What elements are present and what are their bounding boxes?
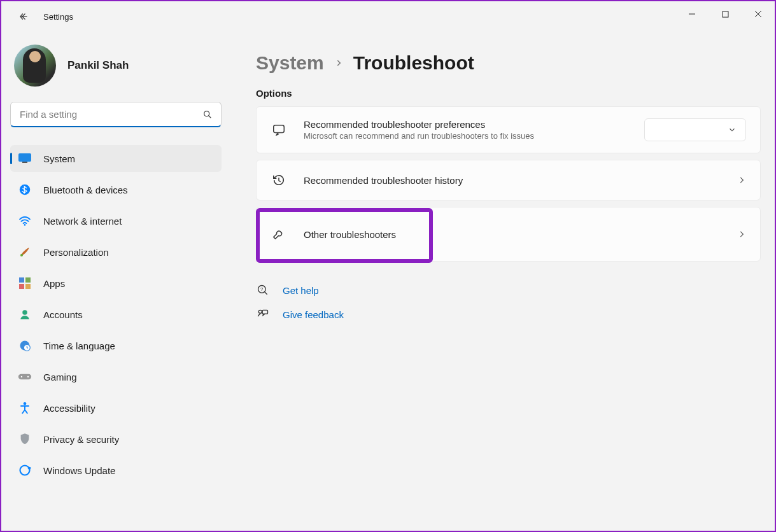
brush-icon bbox=[18, 245, 32, 259]
clock-globe-icon bbox=[18, 339, 32, 353]
help-icon: ? bbox=[256, 283, 270, 297]
profile-block[interactable]: Pankil Shah bbox=[10, 45, 222, 87]
minimize-icon bbox=[688, 10, 696, 18]
sidebar-item-apps[interactable]: Apps bbox=[10, 270, 222, 297]
chevron-right-icon bbox=[737, 230, 746, 239]
svg-point-18 bbox=[20, 466, 30, 475]
wifi-icon bbox=[18, 214, 32, 228]
give-feedback-link[interactable]: Give feedback bbox=[256, 307, 761, 321]
sidebar-item-time[interactable]: Time & language bbox=[10, 332, 222, 359]
sidebar-item-label: Gaming bbox=[43, 372, 77, 382]
sidebar-item-system[interactable]: System bbox=[10, 145, 222, 172]
accessibility-icon bbox=[18, 401, 32, 415]
chevron-right-icon bbox=[334, 59, 343, 67]
svg-rect-2 bbox=[18, 153, 31, 162]
feedback-icon bbox=[256, 307, 270, 321]
card-subtitle: Microsoft can recommend and run troubles… bbox=[304, 131, 634, 141]
link-label: Give feedback bbox=[283, 309, 344, 320]
person-icon bbox=[18, 307, 32, 321]
search-icon bbox=[202, 109, 213, 120]
sidebar-item-personalization[interactable]: Personalization bbox=[10, 239, 222, 265]
svg-point-22 bbox=[258, 310, 262, 313]
wrench-icon bbox=[271, 226, 287, 242]
svg-text:?: ? bbox=[260, 286, 263, 292]
preferences-dropdown[interactable] bbox=[644, 118, 746, 141]
sidebar-item-network[interactable]: Network & internet bbox=[10, 207, 222, 234]
breadcrumb: System Troubleshoot bbox=[256, 52, 761, 74]
sidebar: Pankil Shah System Bluetooth & devices bbox=[1, 32, 230, 531]
close-button[interactable] bbox=[742, 1, 775, 27]
svg-point-5 bbox=[24, 224, 26, 226]
app-title: Settings bbox=[43, 12, 73, 22]
main-content: System Troubleshoot Options Recommended … bbox=[230, 32, 775, 531]
card-title: Recommended troubleshooter history bbox=[304, 175, 727, 186]
sidebar-item-label: Apps bbox=[43, 278, 65, 289]
sidebar-item-accessibility[interactable]: Accessibility bbox=[10, 395, 222, 421]
svg-rect-10 bbox=[25, 284, 31, 289]
sidebar-item-gaming[interactable]: Gaming bbox=[10, 363, 222, 390]
window-controls bbox=[675, 1, 775, 27]
search-wrap bbox=[10, 102, 222, 127]
link-label: Get help bbox=[283, 285, 319, 296]
monitor-icon bbox=[18, 151, 32, 165]
sidebar-item-label: System bbox=[43, 153, 75, 164]
svg-point-6 bbox=[20, 254, 23, 256]
apps-icon bbox=[18, 276, 32, 290]
section-label: Options bbox=[256, 88, 761, 99]
bluetooth-icon bbox=[18, 183, 32, 197]
sidebar-item-label: Bluetooth & devices bbox=[43, 185, 128, 195]
svg-rect-9 bbox=[19, 284, 24, 289]
nav-list: System Bluetooth & devices Network & int… bbox=[10, 145, 222, 484]
card-title: Other troubleshooters bbox=[304, 229, 727, 240]
history-icon bbox=[271, 172, 287, 188]
card-other-troubleshooters[interactable]: Other troubleshooters bbox=[256, 207, 761, 262]
sidebar-item-label: Time & language bbox=[43, 340, 115, 351]
breadcrumb-parent[interactable]: System bbox=[256, 52, 324, 74]
sidebar-item-label: Windows Update bbox=[43, 465, 115, 476]
titlebar: Settings bbox=[1, 1, 775, 32]
sidebar-item-label: Accounts bbox=[43, 309, 83, 320]
svg-point-11 bbox=[22, 310, 27, 315]
maximize-icon bbox=[722, 11, 729, 18]
breadcrumb-current: Troubleshoot bbox=[353, 52, 474, 74]
sidebar-item-update[interactable]: Windows Update bbox=[10, 457, 222, 484]
card-recommended-preferences[interactable]: Recommended troubleshooter preferences M… bbox=[256, 106, 761, 153]
tooltip-icon bbox=[271, 122, 287, 138]
search-input[interactable] bbox=[10, 102, 222, 127]
svg-point-16 bbox=[27, 376, 29, 377]
svg-rect-8 bbox=[25, 277, 31, 283]
svg-rect-14 bbox=[18, 374, 31, 379]
minimize-button[interactable] bbox=[675, 1, 709, 27]
back-button[interactable] bbox=[14, 6, 34, 27]
sidebar-item-accounts[interactable]: Accounts bbox=[10, 301, 222, 328]
svg-rect-0 bbox=[723, 11, 728, 17]
svg-point-1 bbox=[204, 111, 209, 116]
sidebar-item-label: Accessibility bbox=[43, 403, 95, 414]
svg-rect-7 bbox=[19, 277, 24, 283]
svg-point-17 bbox=[24, 402, 27, 405]
get-help-link[interactable]: ? Get help bbox=[256, 283, 761, 297]
sidebar-item-privacy[interactable]: Privacy & security bbox=[10, 426, 222, 452]
maximize-button[interactable] bbox=[709, 1, 742, 27]
update-icon bbox=[18, 463, 32, 477]
card-troubleshooter-history[interactable]: Recommended troubleshooter history bbox=[256, 160, 761, 200]
profile-name: Pankil Shah bbox=[67, 59, 129, 72]
close-icon bbox=[754, 10, 762, 18]
shield-icon bbox=[18, 432, 32, 446]
sidebar-item-label: Network & internet bbox=[43, 216, 122, 227]
card-title: Recommended troubleshooter preferences bbox=[304, 119, 634, 130]
sidebar-item-label: Personalization bbox=[43, 247, 109, 258]
svg-rect-3 bbox=[22, 162, 27, 163]
svg-point-15 bbox=[21, 376, 22, 377]
footer-links: ? Get help Give feedback bbox=[256, 283, 761, 321]
chevron-right-icon bbox=[737, 176, 746, 185]
avatar bbox=[14, 45, 56, 87]
sidebar-item-label: Privacy & security bbox=[43, 434, 119, 445]
gamepad-icon bbox=[18, 370, 32, 384]
sidebar-item-bluetooth[interactable]: Bluetooth & devices bbox=[10, 176, 222, 203]
chevron-down-icon bbox=[728, 125, 737, 134]
svg-rect-23 bbox=[262, 310, 267, 314]
svg-rect-19 bbox=[274, 125, 285, 133]
